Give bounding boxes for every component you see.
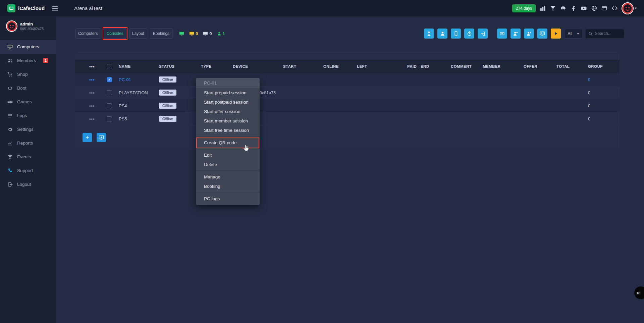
sidebar-item-logs[interactable]: Logs [0,109,56,122]
col-paid: PAID [407,64,421,68]
cafe-title: Arena aiTest [74,5,102,11]
license-days-badge[interactable]: 274 days [512,4,536,12]
discord-icon[interactable] [560,5,566,11]
avatar[interactable] [622,3,633,14]
sidebar-item-settings[interactable]: Settings [0,122,56,136]
sidebar-menu: Computers Members 1 Shop Boot Games [0,40,56,191]
trophy-icon[interactable] [550,5,556,11]
hourglass-session-button[interactable] [424,29,434,39]
group-count[interactable]: 0 [588,103,620,108]
row-menu-dots[interactable]: ••• [75,116,100,121]
timer-button[interactable] [464,29,474,39]
console-name[interactable]: PS4 [119,103,159,108]
row-checkbox[interactable] [107,116,112,121]
cart-icon [7,72,13,77]
user-menu[interactable]: ▾ [622,3,637,14]
sidebar-item-label: Settings [17,127,34,132]
group-count[interactable]: 0 [588,116,620,121]
tab-bookings[interactable]: Bookings [150,29,172,39]
status-filter-select[interactable]: All ▾ [564,29,582,39]
col-comment: COMMENT [451,64,483,68]
menu-item-start-free-time-session[interactable]: Start free time session [196,126,260,135]
add-console-button[interactable]: + [83,133,92,142]
checkout-button[interactable] [478,29,488,39]
group-count[interactable]: 0 [588,77,620,82]
menu-item-pc-logs[interactable]: PC logs [196,194,260,204]
start-session-button[interactable] [551,29,561,39]
sidebar-item-reports[interactable]: Reports [0,136,56,150]
sidebar-item-logout[interactable]: Logout [0,177,56,191]
add-member-button[interactable] [511,29,521,39]
members-icon [7,58,13,63]
sidebar-item-events[interactable]: Events [0,150,56,164]
qr-monitor-button[interactable] [537,29,547,39]
sidebar-item-members[interactable]: Members 1 [0,54,56,67]
console-name[interactable]: PS5 [119,116,159,121]
menu-item-edit[interactable]: Edit [196,151,260,160]
monitor-icon [179,31,184,36]
menu-item-start-postpaid-session[interactable]: Start postpaid session [196,98,260,107]
console-name[interactable]: PC-01 [119,77,159,82]
col-left: LEFT [357,64,407,68]
menu-item-start-offer-session[interactable]: Start offer session [196,107,260,116]
counter-busy-pcs: 0 [189,31,198,36]
hamburger-menu-icon[interactable] [52,6,58,11]
console-name[interactable]: PLAYSTATION [119,90,159,95]
tab-computers[interactable]: Computers [75,29,101,39]
select-all-checkbox[interactable] [107,64,112,69]
add-guest-button[interactable] [524,29,534,39]
consoles-table-panel: ••• NAME STATUS TYPE DEVICE START ONLINE… [75,51,620,150]
apps-icon[interactable] [540,5,546,11]
sidebar-user[interactable]: admin 005193482475 [0,16,56,35]
table-row: ••• PS5 Offline 0 [75,112,620,125]
banknote-icon [499,31,505,36]
col-type: TYPE [201,64,233,68]
member-session-button[interactable] [437,29,447,39]
tab-layout[interactable]: Layout [129,29,147,39]
toolbar-actions: All ▾ [424,29,624,39]
facebook-icon[interactable] [571,5,576,11]
qr-monitor-icon [540,31,545,36]
gear-icon [7,127,13,132]
globe-icon[interactable] [591,5,597,11]
monitor-icon [189,31,194,36]
sidebar-item-label: Computers [17,44,39,49]
youtube-icon[interactable] [581,5,587,11]
partners-icon[interactable] [611,5,618,11]
sidebar-item-computers[interactable]: Computers [0,40,56,54]
group-count[interactable]: 0 [588,90,620,95]
row-checkbox[interactable] [107,103,112,108]
col-offer: OFFER [524,64,556,68]
table-row: ••• PC-01 Offline 0 [75,73,620,86]
menu-item-booking[interactable]: Booking [196,182,260,191]
row-menu-dots[interactable]: ••• [75,103,100,108]
row-menu-dots[interactable]: ••• [75,77,100,82]
row-checkbox[interactable] [107,77,112,82]
console-install-button[interactable] [97,133,106,142]
topbar-right: 274 days ▾ [512,3,644,14]
menu-item-delete[interactable]: Delete [196,160,260,169]
counter-members-online: 1 [217,31,225,36]
sidebar-item-label: Events [17,154,31,159]
sidebar-item-support[interactable]: Support [0,164,56,177]
col-start: START [283,64,323,68]
sidebar-item-label: Support [17,168,33,173]
power-icon [7,86,13,91]
sidebar-item-shop[interactable]: Shop [0,67,56,81]
tab-consoles[interactable]: Consoles [104,29,126,39]
cash-button[interactable] [497,29,507,39]
row-checkbox[interactable] [107,90,112,95]
mobile-app-button[interactable] [451,29,461,39]
row-menu-dots[interactable]: ••• [75,90,100,95]
menu-item-manage[interactable]: Manage [196,172,260,182]
sidebar-item-games[interactable]: Games [0,95,56,109]
billing-card-icon[interactable] [601,5,607,11]
menu-divider [196,137,260,137]
menu-item-start-prepaid-session[interactable]: Start prepaid session [196,88,260,98]
search-input[interactable] [595,31,622,36]
menu-item-start-member-session[interactable]: Start member session [196,116,260,126]
menu-item-create-qr-code[interactable]: Create QR code [196,138,260,148]
monitor-download-icon [99,135,104,140]
user-name: admin [20,21,44,27]
sidebar-item-boot[interactable]: Boot [0,81,56,95]
